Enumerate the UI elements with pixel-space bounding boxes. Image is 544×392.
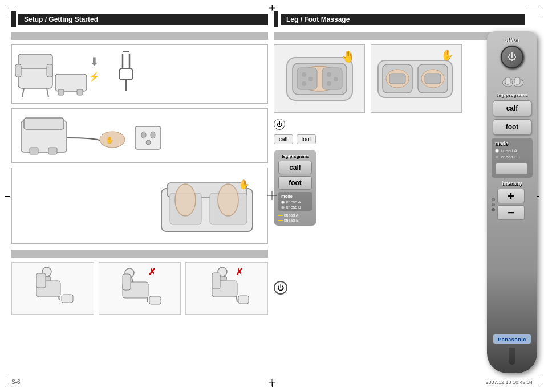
remote-panel: off/on ⏻ leg-programs calf foot mode — [487, 31, 537, 373]
svg-text:⬇: ⬇ — [90, 55, 99, 68]
svg-rect-74 — [425, 74, 441, 84]
header-black-bar — [11, 11, 16, 27]
svg-rect-45 — [123, 274, 131, 290]
power-circle-icon: ⏻ — [274, 281, 287, 295]
posture-row: ✗ ✗ — [11, 262, 268, 315]
foot-label-small: foot — [297, 134, 316, 144]
posture-header-bar — [11, 250, 268, 258]
svg-rect-5 — [47, 64, 52, 77]
leg-illustration-area — [492, 74, 532, 89]
svg-point-66 — [327, 81, 331, 86]
intensity-buttons: + − — [497, 189, 525, 220]
svg-text:✋: ✋ — [441, 49, 454, 62]
knead-a-option[interactable]: knead A — [495, 148, 529, 153]
svg-point-61 — [302, 72, 306, 77]
svg-text:✗: ✗ — [236, 267, 243, 277]
dot-1 — [492, 198, 495, 201]
left-header: Setup / Getting Started — [11, 11, 268, 27]
step2-box: ✋ — [11, 108, 268, 163]
leg-insert-illustration: ✋ — [150, 172, 264, 240]
corner-mark-tr — [528, 5, 539, 16]
svg-rect-79 — [515, 77, 520, 84]
plug-symbol — [112, 48, 141, 100]
left-header-title: Setup / Getting Started — [18, 14, 268, 25]
panasonic-badge: Panasonic — [493, 334, 531, 344]
svg-text:✋: ✋ — [105, 136, 114, 144]
svg-rect-17 — [24, 118, 64, 129]
dot-3 — [492, 208, 495, 211]
calf-label-small: calf — [274, 134, 293, 144]
svg-rect-8 — [77, 89, 83, 95]
svg-point-25 — [146, 140, 151, 145]
center-mark-left — [5, 196, 10, 197]
knead-b-option-label: knead B — [501, 154, 517, 160]
right-header: Leg / Foot Massage — [274, 11, 525, 27]
dot-2 — [492, 203, 495, 206]
posture-item-3: ✗ — [185, 262, 268, 315]
step3-box: ✋ — [11, 168, 268, 244]
leg-prog-foot-btn[interactable]: foot — [278, 176, 312, 190]
svg-rect-19 — [48, 148, 57, 154]
intensity-label: intensity — [492, 181, 533, 186]
leg-prog-calf-btn[interactable]: calf — [278, 161, 312, 174]
svg-rect-78 — [505, 77, 510, 84]
svg-point-31 — [218, 184, 238, 216]
calf-button[interactable]: calf — [493, 100, 531, 116]
page-number: S-6 — [11, 379, 21, 385]
leg-icon-svg — [494, 75, 531, 89]
knead-b-option[interactable]: knead B — [495, 154, 529, 160]
svg-point-23 — [141, 132, 146, 138]
right-header-black-bar — [274, 11, 278, 27]
svg-point-63 — [302, 81, 306, 86]
foot-photo-svg: ✋ — [372, 46, 461, 112]
leg-prog-mode-section: mode knead A knead B — [278, 192, 312, 211]
power-button[interactable]: ⏻ — [501, 46, 523, 68]
posture-svg-2: ✗ — [117, 265, 163, 311]
svg-point-62 — [308, 77, 313, 81]
svg-rect-60 — [322, 68, 342, 89]
knead-indicators: knead A knead B — [278, 213, 312, 222]
knead-b-radio-btn — [495, 155, 499, 159]
mode-mini-label: mode — [281, 194, 309, 199]
knead-b-indicator: knead B — [278, 218, 312, 222]
knead-b-row: knead B — [281, 205, 309, 209]
svg-line-2 — [22, 88, 24, 97]
off-on-label: off/on — [505, 37, 520, 43]
svg-line-3 — [47, 88, 48, 97]
svg-rect-13 — [119, 68, 133, 80]
svg-text:⚡: ⚡ — [88, 71, 100, 82]
top-center-plus — [269, 5, 275, 13]
mode-button[interactable] — [495, 162, 528, 175]
knead-a-mini-label: knead A — [286, 200, 301, 204]
svg-rect-54 — [238, 296, 249, 304]
mode-section: mode knead A knead B — [492, 138, 533, 178]
posture-svg-3: ✗ — [204, 265, 250, 311]
svg-rect-4 — [15, 64, 21, 77]
intensity-plus-button[interactable]: + — [497, 189, 525, 203]
intensity-controls: + − — [492, 189, 533, 220]
knead-a-option-label: knead A — [501, 148, 517, 153]
step1-box: ⬇ ⚡ — [11, 44, 268, 104]
posture-svg-1 — [30, 265, 75, 311]
intensity-minus-button[interactable]: − — [497, 205, 525, 220]
right-header-title: Leg / Foot Massage — [281, 14, 525, 25]
leg-prog-mini-label: leg-programs — [278, 153, 312, 158]
chair-ottoman-illustration: ⬇ ⚡ — [15, 48, 107, 100]
power-icon-circle: ⏻ — [274, 119, 285, 130]
intensity-section: intensity + − — [492, 181, 533, 220]
left-section: Setup / Getting Started — [11, 11, 268, 381]
leg-programs-label: leg-programs — [497, 92, 528, 97]
power-symbol: ⏻ — [508, 52, 517, 62]
knead-a-row: knead A — [281, 200, 309, 204]
foot-button[interactable]: foot — [493, 119, 531, 135]
svg-rect-7 — [58, 89, 64, 95]
svg-point-64 — [327, 72, 331, 77]
posture-item-1 — [11, 262, 94, 315]
panasonic-text: Panasonic — [498, 337, 526, 342]
svg-rect-6 — [55, 74, 87, 91]
svg-point-24 — [151, 132, 155, 138]
svg-rect-73 — [389, 74, 405, 84]
power-icon: ⏻ — [277, 121, 282, 128]
power-circle-bottom: ⏻ — [274, 281, 287, 295]
page-container: Setup / Getting Started — [0, 0, 544, 392]
